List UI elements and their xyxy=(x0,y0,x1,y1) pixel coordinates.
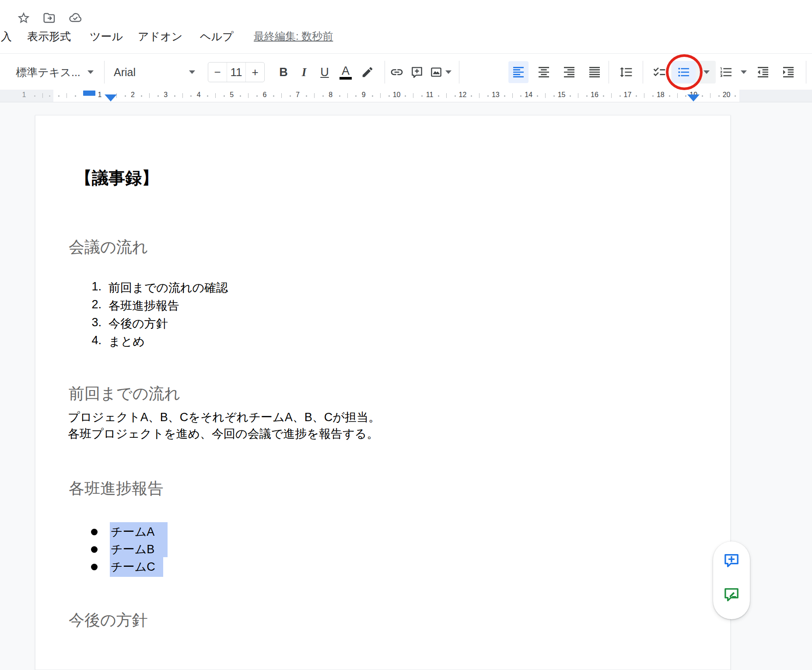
ruler-tick xyxy=(224,95,225,97)
numbered-list-icon xyxy=(719,65,733,79)
doc-title[interactable]: 【議事録】 xyxy=(75,167,158,189)
align-justify-icon xyxy=(588,65,602,79)
toolbar-separator xyxy=(459,61,459,84)
align-right-button[interactable] xyxy=(559,61,579,84)
line-spacing-button[interactable] xyxy=(616,61,636,84)
ruler-tick xyxy=(718,95,720,97)
align-left-button[interactable] xyxy=(508,61,528,84)
menu-item-addons[interactable]: アドオン xyxy=(138,29,182,44)
ruler-tick xyxy=(182,93,183,98)
ruler[interactable]: 1 1234567891011121314151617181920 xyxy=(0,90,812,102)
underline-button[interactable]: U xyxy=(315,61,335,84)
ruler-tick xyxy=(669,95,670,97)
ruler-tick xyxy=(504,95,505,97)
ruler-tick xyxy=(380,93,381,98)
ruler-tick xyxy=(49,95,50,97)
cloud-saved-icon[interactable] xyxy=(68,10,83,25)
ruler-number: 9 xyxy=(362,91,366,99)
ordered-list-item[interactable]: まとめ xyxy=(108,334,145,349)
highlight-color-button[interactable] xyxy=(357,61,378,84)
increase-indent-button[interactable] xyxy=(778,61,798,84)
image-icon xyxy=(430,66,443,79)
suggest-edits-float-button[interactable] xyxy=(723,586,740,604)
chevron-down-icon xyxy=(741,70,747,74)
ruler-tick xyxy=(388,95,390,97)
ruler-number: 2 xyxy=(131,91,135,99)
ruler-tick xyxy=(512,93,513,98)
highlighter-icon xyxy=(361,66,374,79)
right-indent-marker[interactable] xyxy=(687,94,700,101)
font-size-value[interactable]: 11 xyxy=(227,63,245,82)
ruler-tick xyxy=(75,95,76,97)
align-justify-button[interactable] xyxy=(584,61,605,84)
doc-heading-meeting-flow[interactable]: 会議の流れ xyxy=(69,237,148,258)
ruler-tick xyxy=(685,95,686,97)
bulleted-list-dropdown[interactable] xyxy=(699,61,714,84)
font-family-dropdown[interactable]: Arial xyxy=(110,61,198,84)
italic-button[interactable]: I xyxy=(294,61,314,84)
font-size-decrease-button[interactable]: − xyxy=(208,63,227,82)
decrease-indent-button[interactable] xyxy=(753,61,773,84)
bullet-list-item[interactable]: チームC xyxy=(111,559,155,575)
ruler-number: 3 xyxy=(164,91,168,99)
star-icon[interactable] xyxy=(16,10,31,25)
ruler-tick xyxy=(553,95,555,97)
insert-image-button[interactable] xyxy=(426,61,455,84)
align-right-icon xyxy=(562,65,576,79)
add-comment-button[interactable] xyxy=(407,61,427,84)
menu-item-help[interactable]: ヘルプ xyxy=(200,29,234,44)
ruler-tick xyxy=(620,95,621,97)
indent-increase-icon xyxy=(781,65,795,79)
comment-plus-icon xyxy=(723,552,740,569)
ordered-list-number: 1. xyxy=(86,280,102,293)
add-comment-float-button[interactable] xyxy=(723,552,740,569)
font-size-group: − 11 + xyxy=(208,62,265,82)
bullet-list-item[interactable]: チームB xyxy=(111,541,154,557)
ruler-tick xyxy=(611,93,612,98)
bulleted-list-button[interactable] xyxy=(674,61,694,84)
toolbar-separator xyxy=(104,61,105,84)
ruler-tick xyxy=(487,95,489,97)
paragraph-style-dropdown[interactable]: 標準テキス... xyxy=(13,61,96,84)
bold-button[interactable]: B xyxy=(273,61,294,84)
ruler-tick xyxy=(520,95,522,97)
ruler-left-margin-zone xyxy=(0,90,53,102)
text-color-button[interactable]: A xyxy=(336,61,356,84)
ruler-number: 13 xyxy=(492,91,500,99)
bullet-list-item[interactable]: チームA xyxy=(111,524,154,540)
ruler-tick xyxy=(215,93,216,98)
ruler-tick xyxy=(413,93,413,98)
first-line-indent-marker[interactable] xyxy=(83,91,95,96)
ruler-tick xyxy=(438,95,439,97)
menu-item-insert-partial[interactable]: 入 xyxy=(1,29,12,44)
ruler-number: 16 xyxy=(591,91,598,99)
doc-paragraph-line2[interactable]: 各班プロジェクトを進め、今回の会議で進捗を報告する。 xyxy=(68,426,378,442)
ruler-right-margin-zone xyxy=(739,90,812,102)
link-icon xyxy=(390,65,404,79)
menu-item-format[interactable]: 表示形式 xyxy=(27,29,71,44)
align-center-button[interactable] xyxy=(534,61,554,84)
ruler-tick xyxy=(322,95,324,97)
numbered-list-button[interactable] xyxy=(716,61,736,84)
ordered-list-item[interactable]: 今後の方針 xyxy=(108,316,168,332)
insert-link-button[interactable] xyxy=(387,61,407,84)
doc-heading-progress-report[interactable]: 各班進捗報告 xyxy=(69,478,163,499)
indent-decrease-icon xyxy=(756,65,770,79)
move-to-folder-icon[interactable] xyxy=(42,10,56,25)
chevron-down-icon xyxy=(704,70,710,74)
ruler-number: 4 xyxy=(197,91,201,99)
doc-heading-future-policy[interactable]: 今後の方針 xyxy=(69,610,148,631)
ruler-number: 7 xyxy=(296,91,300,99)
ordered-list-item[interactable]: 前回までの流れの確認 xyxy=(108,280,228,296)
font-size-increase-button[interactable]: + xyxy=(245,63,264,82)
ruler-tick xyxy=(479,93,480,98)
left-indent-marker[interactable] xyxy=(105,94,117,101)
checklist-button[interactable] xyxy=(649,61,669,84)
last-edit-link[interactable]: 最終編集: 数秒前 xyxy=(254,29,333,44)
ordered-list-item[interactable]: 各班進捗報告 xyxy=(108,298,179,314)
ruler-tick xyxy=(702,95,703,97)
menu-item-tools[interactable]: ツール xyxy=(90,29,123,44)
numbered-list-dropdown[interactable] xyxy=(736,61,751,84)
doc-paragraph-line1[interactable]: プロジェクトA、B、CをそれぞれチームA、B、Cが担当。 xyxy=(68,409,380,425)
doc-heading-previous-flow[interactable]: 前回までの流れ xyxy=(69,383,180,405)
